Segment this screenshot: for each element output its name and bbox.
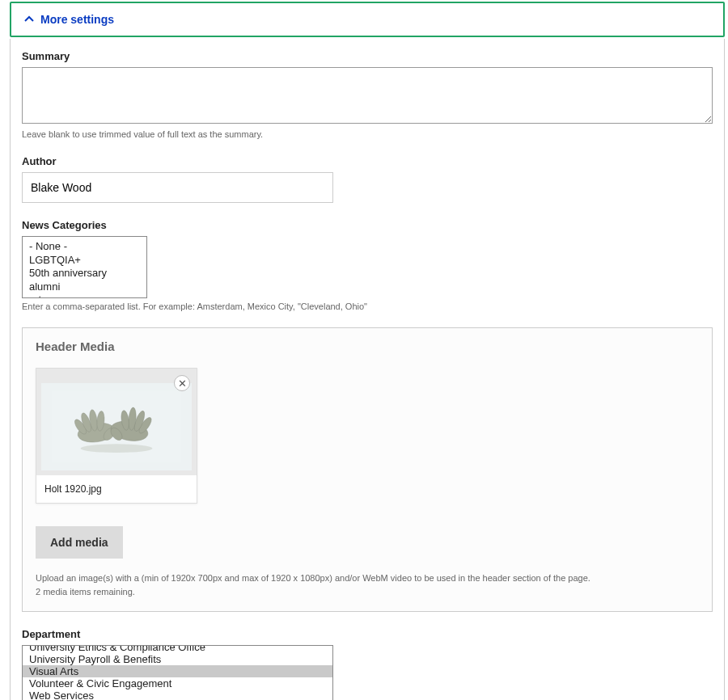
summary-field: Summary Leave blank to use trimmed value… xyxy=(22,50,713,139)
list-item[interactable]: - None - xyxy=(29,240,146,253)
list-item[interactable]: University Payroll & Benefits xyxy=(23,653,332,665)
author-label: Author xyxy=(22,155,713,167)
summary-textarea[interactable] xyxy=(22,67,713,124)
department-field: Department University Ethics & Complianc… xyxy=(22,628,713,700)
media-help-line2: 2 media items remaining. xyxy=(36,585,699,599)
author-field: Author xyxy=(22,155,713,203)
remove-media-button[interactable]: ✕ xyxy=(174,375,190,391)
more-settings-toggle[interactable]: More settings xyxy=(10,2,725,37)
news-categories-field: News Categories - None - LGBTQIA+ 50th a… xyxy=(22,219,713,311)
news-categories-help: Enter a comma-separated list. For exampl… xyxy=(22,302,713,311)
author-input[interactable] xyxy=(22,172,333,203)
hands-image-icon xyxy=(52,390,181,464)
media-filename: Holt 1920.jpg xyxy=(36,475,197,503)
department-label: Department xyxy=(22,628,713,640)
close-icon: ✕ xyxy=(178,378,187,389)
list-item[interactable]: University Ethics & Compliance Office xyxy=(23,645,332,653)
list-item[interactable]: Web Services xyxy=(23,689,332,700)
svg-point-13 xyxy=(81,444,153,453)
media-thumbnail[interactable] xyxy=(41,383,192,470)
list-item[interactable]: alumni xyxy=(29,280,146,293)
list-item[interactable]: LGBTQIA+ xyxy=(29,254,146,267)
list-item[interactable]: arts xyxy=(29,293,146,298)
chevron-up-icon xyxy=(24,15,34,24)
news-categories-listbox[interactable]: - None - LGBTQIA+ 50th anniversary alumn… xyxy=(22,236,147,298)
header-media-title: Header Media xyxy=(36,339,699,353)
news-categories-label: News Categories xyxy=(22,219,713,231)
media-card: ✕ xyxy=(36,368,197,504)
header-media-section: Header Media ✕ xyxy=(22,327,713,612)
settings-panel: Summary Leave blank to use trimmed value… xyxy=(10,39,725,700)
summary-help: Leave blank to use trimmed value of full… xyxy=(22,129,713,139)
media-help-line1: Upload an image(s) with a (min of 1920x … xyxy=(36,571,699,585)
header-media-help: Upload an image(s) with a (min of 1920x … xyxy=(36,571,699,598)
list-item[interactable]: 50th anniversary xyxy=(29,267,146,280)
department-listbox[interactable]: University Ethics & Compliance Office Un… xyxy=(22,645,333,700)
list-item[interactable]: Visual Arts xyxy=(23,665,332,677)
add-media-button[interactable]: Add media xyxy=(36,526,123,559)
more-settings-label: More settings xyxy=(40,13,114,26)
list-item[interactable]: Volunteer & Civic Engagement xyxy=(23,677,332,689)
media-thumb-wrap: ✕ xyxy=(36,369,197,475)
summary-label: Summary xyxy=(22,50,713,62)
